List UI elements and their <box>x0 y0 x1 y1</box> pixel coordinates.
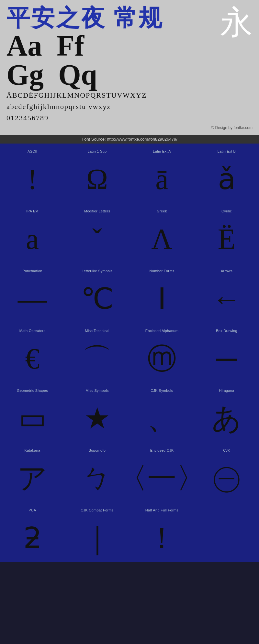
glyph-cell: CyrilicË <box>194 203 259 263</box>
glyph-label: Latin 1 Sup <box>88 149 107 153</box>
glyph-cell: Punctuation— <box>0 263 65 323</box>
glyph-character: ▭ <box>19 395 46 443</box>
latin-row2: Gg Qq <box>6 60 97 90</box>
glyph-cell: CJK㊀ <box>194 443 259 502</box>
glyph-label: CJK Symbols <box>151 389 173 392</box>
glyph-character: Λ <box>151 216 172 263</box>
glyph-cell: CJK Symbols、 <box>130 383 194 443</box>
glyph-character: 〈一〉 <box>118 455 206 502</box>
glyph-cell: Enclosed CJK〈一〉 <box>130 443 194 502</box>
glyph-character: ! <box>28 156 37 203</box>
glyph-label: Arrows <box>221 269 232 273</box>
glyph-grid: ASCII!Latin 1 SupΩLatin Ext AāLatin Ext … <box>0 144 259 562</box>
glyph-label: Modifier Letters <box>84 209 110 213</box>
glyph-label: Letterlike Symbols <box>82 269 112 273</box>
glyph-character: € <box>25 335 40 383</box>
glyph-label: Enclosed Alphanum <box>145 329 178 333</box>
glyph-label: Enclosed CJK <box>150 448 174 452</box>
glyph-label: Cyrilic <box>221 209 232 213</box>
glyph-label: ASCII <box>28 149 37 153</box>
glyph-label: Box Drawing <box>216 329 237 333</box>
glyph-character: ★ <box>84 395 110 443</box>
glyph-label: Latin Ext A <box>153 149 171 153</box>
glyph-label: Misc Symbols <box>85 389 108 392</box>
glyph-character: ā <box>155 156 168 203</box>
latin-row1: Aa Ff <box>6 31 84 60</box>
glyph-cell: Katakanaア <box>0 443 65 502</box>
glyph-label: Geometric Shapes <box>17 389 48 392</box>
glyph-character: ㊀ <box>212 455 241 502</box>
glyph-character: ㄅ <box>83 455 112 502</box>
glyph-label: Math Operators <box>19 329 46 333</box>
glyph-label: Bopomofo <box>89 448 106 452</box>
glyph-label: Half And Full Forms <box>145 508 178 512</box>
header-preview: 平安之夜 常规 Aa Ff Gg Qq 永 ÂBCDÉFGHIJKLMNOPQR… <box>0 0 259 135</box>
glyph-cell: Arrows← <box>194 263 259 323</box>
glyph-cell: Box Drawing─ <box>194 323 259 383</box>
glyph-cell: ASCII! <box>0 144 65 203</box>
glyph-label: IPA Ext <box>26 209 38 213</box>
glyph-character: ǎ <box>218 156 236 203</box>
glyph-label: Number Forms <box>150 269 175 273</box>
glyph-character: ˇ <box>92 216 102 263</box>
glyph-cell: Latin Ext Bǎ <box>194 144 259 203</box>
glyph-cell: Half And Full Forms！ <box>130 502 194 562</box>
glyph-cell: Misc Symbols★ <box>65 383 130 443</box>
glyph-label: Latin Ext B <box>218 149 236 153</box>
glyph-label: CJK Compat Forms <box>81 508 113 512</box>
glyph-cell: Enclosed Alphanumⓜ <box>130 323 194 383</box>
copyright-text: © Design by fontke.com <box>6 124 253 132</box>
glyph-cell: Letterlike Symbols℃ <box>65 263 130 323</box>
glyph-label: PUA <box>28 508 36 512</box>
glyph-cell: GreekΛ <box>130 203 194 263</box>
glyph-character: ！ <box>147 515 176 562</box>
glyph-character: ⌒ <box>83 335 112 383</box>
glyph-character: ℃ <box>81 275 114 323</box>
glyph-cell: CJK Compat Forms｜ <box>65 502 130 562</box>
glyph-cell: Number FormsⅠ <box>130 263 194 323</box>
glyph-character: — <box>18 275 47 323</box>
glyph-cell: Math Operators€ <box>0 323 65 383</box>
glyph-character: Ë <box>218 216 236 263</box>
glyph-cell: IPA Exta <box>0 203 65 263</box>
glyph-character: ─ <box>216 335 237 383</box>
glyph-cell: Latin 1 SupΩ <box>65 144 130 203</box>
glyph-label: Greek <box>157 209 167 213</box>
glyph-character: ア <box>17 455 47 502</box>
glyph-character: ｜ <box>83 515 111 562</box>
glyph-cell: Modifier Lettersˇ <box>65 203 130 263</box>
glyph-label: Misc Technical <box>85 329 109 333</box>
glyph-character: ⓜ <box>147 335 176 383</box>
glyph-label: Hiragana <box>219 389 234 392</box>
glyph-character: Ⅰ <box>158 275 166 323</box>
glyph-character: あ <box>212 395 242 443</box>
alphabet-upper: ÂBCDÉFGHIJKLMNOPQRSTUVWXYZ abcdefghijklm… <box>6 90 253 124</box>
glyph-character: a <box>26 216 39 263</box>
glyph-cell: Geometric Shapes▭ <box>0 383 65 443</box>
font-source-bar: Font Source: http://www.fontke.com/font/… <box>0 135 259 144</box>
glyph-character: ← <box>212 275 241 323</box>
glyph-label: Punctuation <box>22 269 42 273</box>
glyph-character: Ω <box>86 156 108 203</box>
glyph-cell: Hiraganaあ <box>194 383 259 443</box>
white-char: 永 <box>220 6 253 39</box>
glyph-label: Katakana <box>25 448 40 452</box>
glyph-label: CJK <box>223 448 230 452</box>
glyph-character: 、 <box>147 395 176 443</box>
glyph-cell: PUAƻ <box>0 502 65 562</box>
glyph-cell: Misc Technical⌒ <box>65 323 130 383</box>
glyph-cell: Latin Ext Aā <box>130 144 194 203</box>
glyph-character: ƻ <box>23 515 42 562</box>
chinese-title: 平安之夜 常规 <box>6 6 163 30</box>
